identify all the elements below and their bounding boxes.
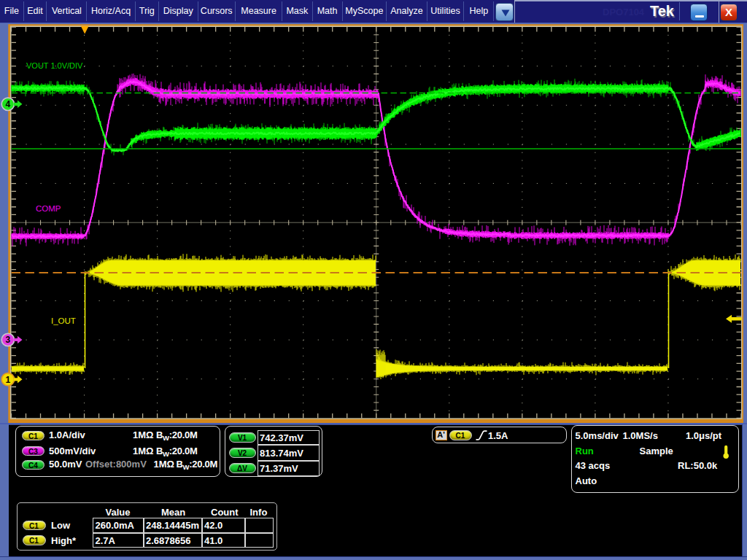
svg-text:1: 1 — [6, 375, 11, 385]
svg-text:4: 4 — [6, 99, 11, 109]
svg-text:I_OUT: I_OUT — [51, 316, 76, 325]
svg-text:COMP: COMP — [36, 204, 61, 213]
svg-text:3: 3 — [6, 335, 11, 345]
svg-text:VOUT 1.0V/DIV: VOUT 1.0V/DIV — [26, 61, 83, 70]
